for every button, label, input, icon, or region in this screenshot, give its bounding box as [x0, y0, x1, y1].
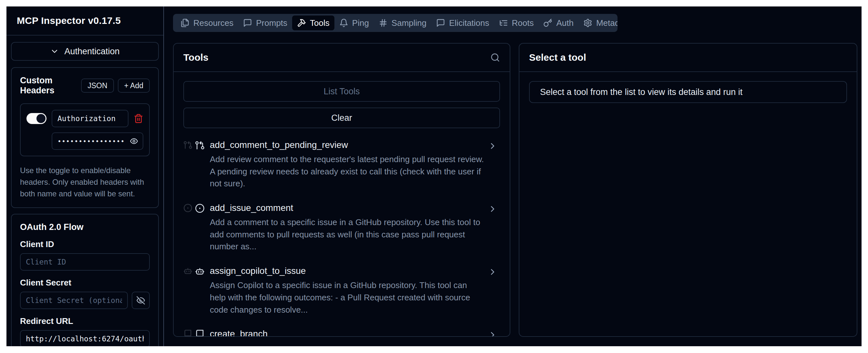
- app-title: MCP Inspector v0.17.5: [17, 15, 121, 26]
- chevron-right-icon: [488, 141, 497, 151]
- oauth-card: OAuth 2.0 Flow Client ID Client Secret R…: [11, 214, 159, 346]
- reveal-value-button[interactable]: [130, 137, 138, 145]
- add-header-button[interactable]: + Add: [118, 79, 150, 93]
- tab-prompts[interactable]: Prompts: [238, 14, 292, 32]
- tool-description: Assign Copilot to a specific issue in a …: [210, 280, 484, 316]
- tab-label: Tools: [310, 18, 330, 28]
- tab-label: Elicitations: [449, 18, 489, 28]
- toggle-secret-visibility-button[interactable]: [132, 292, 150, 309]
- sidebar-header: MCP Inspector v0.17.5: [6, 6, 163, 35]
- trash-icon: [134, 114, 143, 123]
- repo-book-icon-ghost: [183, 329, 192, 336]
- tool-name: create_branch: [210, 329, 371, 336]
- sidebar: MCP Inspector v0.17.5 Authentication Cus…: [6, 6, 164, 346]
- chevron-right-icon: [488, 330, 497, 336]
- tab-tools[interactable]: Tools: [292, 16, 334, 30]
- custom-headers-note: Use the toggle to enable/disable headers…: [20, 165, 150, 200]
- details-panel-title: Select a tool: [529, 52, 847, 63]
- header-name-input[interactable]: [52, 110, 128, 127]
- redirect-url-label: Redirect URL: [20, 316, 150, 326]
- tab-sampling[interactable]: Sampling: [374, 14, 431, 32]
- repo-book-icon: [195, 329, 205, 336]
- tab-ping[interactable]: Ping: [334, 14, 374, 32]
- empty-selection-message: Select a tool from the list to view its …: [529, 81, 847, 103]
- bot-icon-ghost: [183, 266, 192, 275]
- tools-panel: Tools List Tools Clear add_comment_to_pe…: [173, 43, 510, 337]
- search-icon: [490, 53, 500, 62]
- eye-off-icon: [136, 296, 145, 305]
- tools-panel-title: Tools: [183, 52, 490, 63]
- tab-label: Roots: [512, 18, 534, 28]
- mcp-inspector-app: MCP Inspector v0.17.5 Authentication Cus…: [6, 6, 862, 346]
- git-pull-request-icon-ghost: [183, 141, 192, 150]
- tool-list: add_comment_to_pending_reviewAdd review …: [183, 140, 500, 336]
- tool-name: add_comment_to_pending_review: [210, 140, 484, 150]
- hash-icon: [379, 19, 388, 27]
- custom-headers-title: Custom Headers: [20, 76, 77, 96]
- tool-row-add_issue_comment[interactable]: add_issue_commentAdd a comment to a spec…: [183, 203, 500, 253]
- git-pull-request-icon: [195, 141, 205, 150]
- client-id-input[interactable]: [20, 253, 150, 271]
- files-icon: [181, 19, 189, 27]
- client-secret-label: Client Secret: [20, 278, 150, 288]
- hammer-icon: [297, 19, 306, 27]
- header-enabled-toggle[interactable]: [27, 113, 46, 124]
- tab-label: Metadata: [596, 18, 618, 28]
- tool-description: Add a comment to a specific issue in a G…: [210, 216, 484, 253]
- tab-roots[interactable]: Roots: [494, 14, 539, 32]
- delete-header-button[interactable]: [134, 114, 143, 123]
- tool-row-create_branch[interactable]: create_branchCreate a new branch in a Gi…: [183, 329, 500, 336]
- bell-icon: [339, 19, 348, 27]
- tool-details-panel: Select a tool Select a tool from the lis…: [519, 43, 857, 337]
- tab-label: Prompts: [256, 18, 287, 28]
- redirect-url-input[interactable]: [20, 330, 150, 346]
- key-icon: [543, 19, 552, 27]
- gear-icon: [583, 19, 592, 27]
- tool-name: assign_copilot_to_issue: [210, 266, 484, 276]
- tool-row-assign_copilot_to_issue[interactable]: assign_copilot_to_issueAssign Copilot to…: [183, 266, 500, 316]
- chevron-down-icon: [50, 47, 59, 56]
- chevron-right-icon: [488, 204, 497, 214]
- sidebar-body: Authentication Custom Headers JSON + Add: [6, 35, 163, 346]
- authentication-label: Authentication: [64, 47, 119, 57]
- tool-name: add_issue_comment: [210, 203, 484, 213]
- client-id-label: Client ID: [20, 239, 150, 249]
- tab-label: Resources: [193, 18, 234, 28]
- tab-metadata[interactable]: Metadata: [579, 14, 618, 32]
- clear-tools-button[interactable]: Clear: [183, 108, 500, 128]
- authentication-collapse-button[interactable]: Authentication: [11, 42, 159, 61]
- tab-label: Sampling: [392, 18, 426, 28]
- top-tabbar: ResourcesPromptsToolsPingSamplingElicita…: [173, 14, 618, 32]
- tool-description: Add review comment to the requester's la…: [210, 153, 484, 190]
- main-area: ResourcesPromptsToolsPingSamplingElicita…: [164, 6, 862, 346]
- circle-dot-icon-ghost: [183, 203, 192, 212]
- circle-dot-icon: [195, 203, 205, 213]
- client-secret-input[interactable]: [20, 292, 128, 309]
- header-entry-group: [20, 104, 150, 156]
- bot-icon: [195, 266, 205, 276]
- tool-row-add_comment_to_pending_review[interactable]: add_comment_to_pending_reviewAdd review …: [183, 140, 500, 190]
- custom-headers-card: Custom Headers JSON + Add: [11, 67, 159, 208]
- toggle-thumb: [36, 114, 45, 123]
- message-square-icon: [436, 19, 445, 27]
- eye-icon: [130, 137, 138, 145]
- chevron-right-icon: [488, 267, 497, 277]
- tab-elicitations[interactable]: Elicitations: [431, 14, 494, 32]
- json-mode-button[interactable]: JSON: [81, 79, 114, 93]
- search-tools-button[interactable]: [490, 53, 500, 62]
- tab-label: Ping: [352, 18, 369, 28]
- tab-resources[interactable]: Resources: [176, 14, 238, 32]
- message-square-icon: [243, 19, 252, 27]
- list-tools-button[interactable]: List Tools: [183, 81, 500, 102]
- tab-auth[interactable]: Auth: [538, 14, 579, 32]
- oauth-title: OAuth 2.0 Flow: [20, 222, 150, 232]
- tab-label: Auth: [556, 18, 574, 28]
- list-tree-icon: [499, 19, 508, 27]
